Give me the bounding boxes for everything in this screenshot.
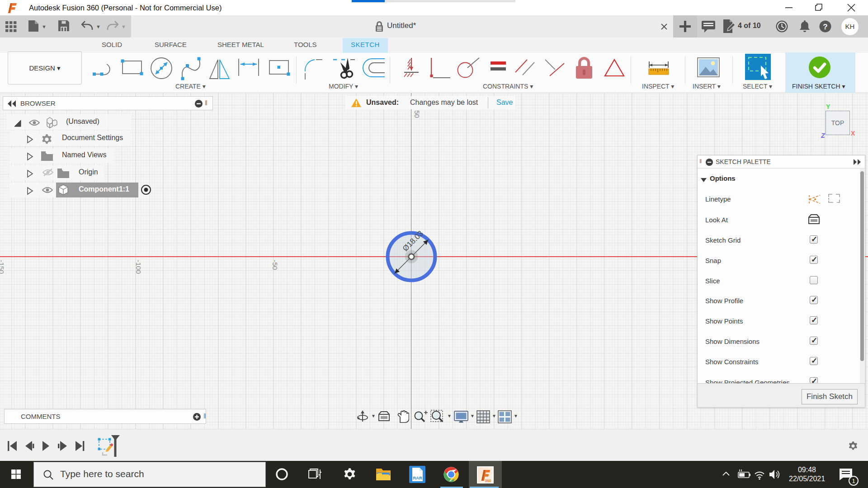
svg-text:360: 360 [485, 479, 491, 483]
svg-text:?: ? [823, 23, 827, 31]
svg-text:RAR: RAR [413, 475, 422, 480]
